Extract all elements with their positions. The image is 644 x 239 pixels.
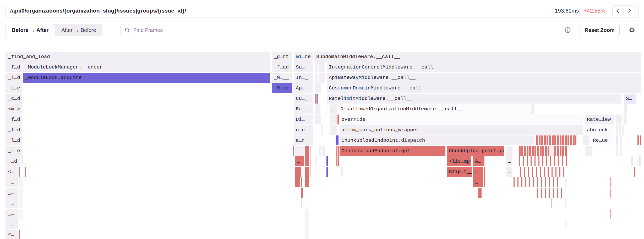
flame-frame-bar[interactable] [25, 167, 26, 177]
flame-frame-bar[interactable] [486, 167, 486, 177]
flame-frame-bar[interactable] [338, 156, 339, 166]
flame-frame[interactable]: _… [6, 219, 18, 229]
flame-frame-bar[interactable] [610, 177, 611, 187]
flame-frame-bar[interactable] [315, 83, 317, 93]
flame-frame-bar[interactable] [565, 177, 566, 187]
flame-frame-bar[interactable] [293, 146, 294, 156]
flame-frame-bar[interactable] [336, 135, 339, 145]
flame-frame-bar[interactable] [305, 209, 309, 219]
flame-frame-bar[interactable] [565, 198, 566, 208]
flame-frame-bar[interactable] [295, 177, 300, 187]
flame-frame-bar[interactable] [616, 146, 618, 156]
flame-frame-bar[interactable] [5, 52, 6, 62]
flamegraph-canvas[interactable]: _find_and_load_g…rtmi…reSubdomainMiddlew… [0, 52, 644, 239]
flame-frame-bar[interactable] [302, 198, 302, 208]
flame-frame[interactable]: _f…d [6, 62, 22, 72]
flame-frame[interactable]: … [473, 167, 483, 177]
flame-frame[interactable]: Re…ue [591, 135, 613, 145]
flame-frame[interactable]: o…e [294, 125, 313, 135]
flame-frame[interactable]: _g…rt [272, 52, 292, 62]
flame-frame-bar[interactable] [19, 167, 20, 177]
flame-frame-bar[interactable] [5, 188, 6, 198]
flame-frame[interactable]: abo…eck [585, 125, 614, 135]
flame-frame-bar[interactable] [5, 198, 6, 208]
flame-frame-bar[interactable] [5, 167, 6, 177]
flame-frame-bar[interactable] [319, 73, 325, 83]
flame-frame[interactable]: _find_and_load [6, 52, 270, 62]
flame-frame-bar[interactable] [301, 188, 303, 198]
flame-frame-bar[interactable] [321, 125, 323, 135]
flame-frame[interactable]: <m…> [6, 104, 22, 114]
flame-frame[interactable]: … [585, 146, 592, 156]
flame-frame[interactable]: _f…d [6, 115, 22, 124]
flame-frame[interactable]: … [473, 177, 483, 187]
flame-frame-bar[interactable] [319, 104, 320, 114]
flame-frame[interactable]: _M…__ [272, 73, 292, 83]
flame-frame-bar[interactable] [311, 146, 311, 156]
flame-frame-bar[interactable] [305, 177, 309, 187]
flame-frame-bar[interactable] [315, 62, 318, 72]
flame-frame-bar[interactable] [5, 230, 6, 239]
flame-frame[interactable]: ChunkUploa…point.post [447, 146, 504, 156]
flame-frame[interactable]: _… [6, 209, 18, 219]
flame-frame-bar[interactable] [336, 146, 337, 156]
flame-frame-bar[interactable] [620, 135, 622, 145]
flame-frame-bar[interactable] [326, 167, 328, 177]
flame-frame-bar[interactable] [622, 125, 624, 135]
flame-frame-bar[interactable] [5, 83, 6, 93]
flame-frame-bar[interactable] [315, 104, 317, 114]
flame-frame[interactable]: a…r [294, 135, 313, 145]
flame-frame-bar[interactable] [616, 125, 618, 135]
flame-frame[interactable]: … [506, 167, 512, 177]
flame-frame-bar[interactable] [315, 156, 317, 166]
next-button[interactable] [624, 5, 635, 16]
flame-frame-bar[interactable] [634, 167, 635, 177]
flame-frame-bar[interactable] [554, 146, 567, 156]
flame-frame-bar[interactable] [624, 115, 627, 124]
flame-frame-bar[interactable] [337, 115, 339, 124]
flame-frame-bar[interactable] [619, 125, 621, 135]
flame-frame[interactable]: _f…d [6, 125, 22, 135]
flame-frame-bar[interactable] [5, 156, 6, 166]
flame-frame-bar[interactable] [5, 94, 6, 104]
flame-frame-bar[interactable] [21, 156, 23, 166]
flame-frame-bar[interactable] [5, 125, 6, 135]
flame-frame[interactable]: In…_ [294, 73, 313, 83]
flame-frame[interactable]: _ModuleLockManager.__enter__ [23, 62, 270, 72]
flame-frame-bar[interactable] [305, 156, 309, 166]
flame-frame[interactable]: Su…__ [294, 62, 313, 72]
flame-frame-bar[interactable] [514, 177, 558, 187]
flame-frame-bar[interactable] [305, 167, 309, 177]
flame-frame[interactable]: … [506, 156, 512, 166]
flame-frame[interactable]: Ra…_ [294, 104, 313, 114]
flame-frame[interactable]: S… [624, 94, 636, 104]
flame-frame[interactable]: RatelimitMiddleware.__call__ [327, 94, 621, 104]
flame-frame[interactable]: Ap…_ [294, 83, 313, 93]
prev-button[interactable] [613, 5, 624, 16]
flame-frame[interactable]: … [295, 146, 304, 156]
flame-frame[interactable]: ChunkUploadEndpoint.dispatch [340, 135, 534, 145]
flame-frame-bar[interactable] [19, 198, 23, 208]
flame-frame[interactable]: CustomerDomainMiddleware.__call__ [327, 83, 641, 93]
flame-frame-bar[interactable] [315, 94, 316, 104]
search-input[interactable] [133, 27, 565, 33]
flame-frame[interactable]: A… [473, 156, 484, 166]
flame-frame[interactable]: ApiGatewayMiddleware.__call__ [327, 73, 641, 83]
flame-frame[interactable]: _M…re [272, 83, 292, 93]
flame-frame[interactable]: override [340, 115, 583, 124]
flame-frame-bar[interactable] [317, 83, 321, 93]
flame-frame-bar[interactable] [5, 115, 6, 124]
flame-frame-bar[interactable] [565, 219, 566, 229]
flame-frame-bar[interactable] [478, 188, 482, 198]
flame-frame[interactable]: _… [6, 188, 18, 198]
flame-frame-bar[interactable] [550, 146, 554, 156]
flame-frame[interactable]: _l…d [6, 73, 22, 83]
flame-frame-bar[interactable] [531, 104, 534, 114]
flame-frame-bar[interactable] [5, 73, 6, 83]
flame-frame-bar[interactable] [610, 209, 611, 219]
flame-frame[interactable]: Gzip…t__ [447, 167, 472, 177]
flame-frame[interactable]: DisallowedOrganizationMiddleware.__call_… [339, 104, 530, 114]
flame-frame-bar[interactable] [319, 115, 321, 124]
flame-frame-bar[interactable] [319, 62, 325, 72]
flame-frame[interactable]: _L…e [6, 83, 22, 93]
